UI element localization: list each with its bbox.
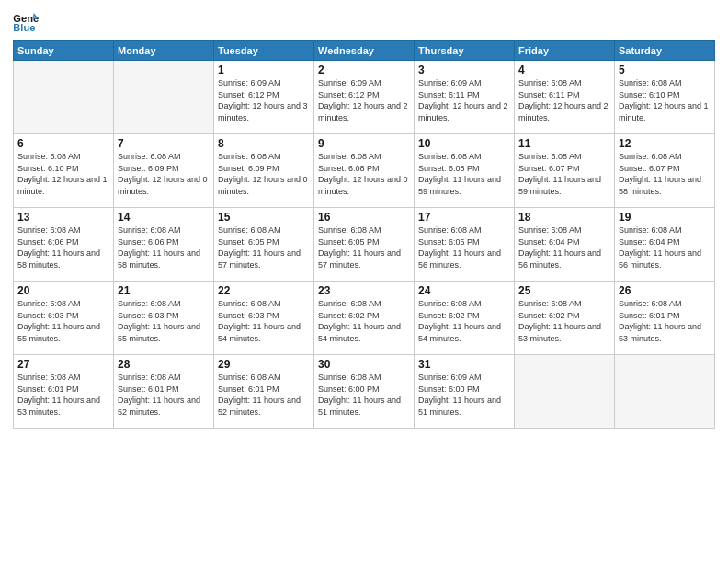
weekday-saturday: Saturday [615,41,715,61]
day-number: 23 [318,284,410,297]
day-cell: 29Sunrise: 6:08 AMSunset: 6:01 PMDayligh… [214,355,314,429]
day-cell: 28Sunrise: 6:08 AMSunset: 6:01 PMDayligh… [114,355,214,429]
day-detail: Sunrise: 6:08 AMSunset: 6:08 PMDaylight:… [318,151,410,197]
day-number: 24 [418,284,510,297]
day-number: 13 [17,211,109,224]
day-cell: 18Sunrise: 6:08 AMSunset: 6:04 PMDayligh… [515,208,615,282]
week-row-3: 13Sunrise: 6:08 AMSunset: 6:06 PMDayligh… [14,208,715,282]
day-cell: 23Sunrise: 6:08 AMSunset: 6:02 PMDayligh… [314,282,415,355]
day-detail: Sunrise: 6:08 AMSunset: 6:01 PMDaylight:… [118,372,210,418]
day-cell: 27Sunrise: 6:08 AMSunset: 6:01 PMDayligh… [14,355,114,429]
week-row-5: 27Sunrise: 6:08 AMSunset: 6:01 PMDayligh… [14,355,715,429]
day-number: 6 [17,137,109,150]
day-cell: 5Sunrise: 6:08 AMSunset: 6:10 PMDaylight… [615,61,715,134]
day-cell: 10Sunrise: 6:08 AMSunset: 6:08 PMDayligh… [415,134,515,208]
day-number: 22 [218,284,310,297]
day-detail: Sunrise: 6:08 AMSunset: 6:05 PMDaylight:… [318,224,410,270]
day-number: 21 [118,284,210,297]
day-cell: 17Sunrise: 6:08 AMSunset: 6:05 PMDayligh… [415,208,515,282]
day-number: 28 [118,358,210,371]
day-detail: Sunrise: 6:08 AMSunset: 6:01 PMDaylight:… [218,372,310,418]
day-cell: 6Sunrise: 6:08 AMSunset: 6:10 PMDaylight… [14,134,114,208]
day-cell [114,61,214,134]
day-number: 18 [518,211,610,224]
weekday-header-row: SundayMondayTuesdayWednesdayThursdayFrid… [14,41,715,61]
day-detail: Sunrise: 6:08 AMSunset: 6:02 PMDaylight:… [318,298,410,344]
weekday-sunday: Sunday [14,41,114,61]
day-cell: 19Sunrise: 6:08 AMSunset: 6:04 PMDayligh… [615,208,715,282]
day-detail: Sunrise: 6:08 AMSunset: 6:02 PMDaylight:… [418,298,510,344]
day-detail: Sunrise: 6:08 AMSunset: 6:03 PMDaylight:… [17,298,109,344]
day-detail: Sunrise: 6:08 AMSunset: 6:04 PMDaylight:… [518,224,610,270]
header: General Blue [13,11,715,33]
day-number: 16 [318,211,410,224]
day-number: 26 [619,284,711,297]
day-detail: Sunrise: 6:08 AMSunset: 6:04 PMDaylight:… [619,224,711,270]
logo-icon: General Blue [13,11,39,33]
day-cell: 11Sunrise: 6:08 AMSunset: 6:07 PMDayligh… [515,134,615,208]
day-cell: 15Sunrise: 6:08 AMSunset: 6:05 PMDayligh… [214,208,314,282]
day-number: 11 [518,137,610,150]
day-cell: 13Sunrise: 6:08 AMSunset: 6:06 PMDayligh… [14,208,114,282]
week-row-2: 6Sunrise: 6:08 AMSunset: 6:10 PMDaylight… [14,134,715,208]
day-number: 2 [318,63,410,76]
day-number: 15 [218,211,310,224]
day-detail: Sunrise: 6:08 AMSunset: 6:09 PMDaylight:… [218,151,310,197]
day-number: 4 [518,63,610,76]
day-cell: 30Sunrise: 6:08 AMSunset: 6:00 PMDayligh… [314,355,415,429]
day-number: 12 [619,137,711,150]
day-detail: Sunrise: 6:08 AMSunset: 6:03 PMDaylight:… [118,298,210,344]
day-cell [515,355,615,429]
day-number: 10 [418,137,510,150]
day-detail: Sunrise: 6:08 AMSunset: 6:06 PMDaylight:… [118,224,210,270]
day-cell: 14Sunrise: 6:08 AMSunset: 6:06 PMDayligh… [114,208,214,282]
day-detail: Sunrise: 6:09 AMSunset: 6:12 PMDaylight:… [218,77,310,123]
weekday-thursday: Thursday [415,41,515,61]
day-cell: 4Sunrise: 6:08 AMSunset: 6:11 PMDaylight… [515,61,615,134]
week-row-4: 20Sunrise: 6:08 AMSunset: 6:03 PMDayligh… [14,282,715,355]
day-cell: 22Sunrise: 6:08 AMSunset: 6:03 PMDayligh… [214,282,314,355]
day-cell: 21Sunrise: 6:08 AMSunset: 6:03 PMDayligh… [114,282,214,355]
day-cell: 9Sunrise: 6:08 AMSunset: 6:08 PMDaylight… [314,134,415,208]
day-detail: Sunrise: 6:08 AMSunset: 6:03 PMDaylight:… [218,298,310,344]
day-detail: Sunrise: 6:08 AMSunset: 6:10 PMDaylight:… [619,77,711,123]
day-number: 8 [218,137,310,150]
day-detail: Sunrise: 6:08 AMSunset: 6:09 PMDaylight:… [118,151,210,197]
day-detail: Sunrise: 6:08 AMSunset: 6:01 PMDaylight:… [17,372,109,418]
day-number: 20 [17,284,109,297]
day-cell: 16Sunrise: 6:08 AMSunset: 6:05 PMDayligh… [314,208,415,282]
day-number: 7 [118,137,210,150]
day-cell: 1Sunrise: 6:09 AMSunset: 6:12 PMDaylight… [214,61,314,134]
day-detail: Sunrise: 6:09 AMSunset: 6:11 PMDaylight:… [418,77,510,123]
day-number: 5 [619,63,711,76]
day-cell: 3Sunrise: 6:09 AMSunset: 6:11 PMDaylight… [415,61,515,134]
day-number: 17 [418,211,510,224]
day-detail: Sunrise: 6:08 AMSunset: 6:01 PMDaylight:… [619,298,711,344]
day-cell: 24Sunrise: 6:08 AMSunset: 6:02 PMDayligh… [415,282,515,355]
weekday-wednesday: Wednesday [314,41,415,61]
day-cell: 25Sunrise: 6:08 AMSunset: 6:02 PMDayligh… [515,282,615,355]
day-number: 14 [118,211,210,224]
page: General Blue SundayMondayTuesdayWednesda… [0,0,728,563]
day-cell [615,355,715,429]
day-detail: Sunrise: 6:08 AMSunset: 6:11 PMDaylight:… [518,77,610,123]
day-detail: Sunrise: 6:08 AMSunset: 6:07 PMDaylight:… [518,151,610,197]
day-cell: 7Sunrise: 6:08 AMSunset: 6:09 PMDaylight… [114,134,214,208]
weekday-monday: Monday [114,41,214,61]
day-detail: Sunrise: 6:09 AMSunset: 6:12 PMDaylight:… [318,77,410,123]
logo: General Blue [13,11,39,33]
day-cell: 8Sunrise: 6:08 AMSunset: 6:09 PMDaylight… [214,134,314,208]
weekday-friday: Friday [515,41,615,61]
day-cell: 2Sunrise: 6:09 AMSunset: 6:12 PMDaylight… [314,61,415,134]
day-number: 9 [318,137,410,150]
day-detail: Sunrise: 6:08 AMSunset: 6:07 PMDaylight:… [619,151,711,197]
day-cell: 31Sunrise: 6:09 AMSunset: 6:00 PMDayligh… [415,355,515,429]
day-number: 27 [17,358,109,371]
day-detail: Sunrise: 6:08 AMSunset: 6:08 PMDaylight:… [418,151,510,197]
day-detail: Sunrise: 6:09 AMSunset: 6:00 PMDaylight:… [418,372,510,418]
day-number: 1 [218,63,310,76]
weekday-tuesday: Tuesday [214,41,314,61]
day-cell: 12Sunrise: 6:08 AMSunset: 6:07 PMDayligh… [615,134,715,208]
svg-text:Blue: Blue [13,22,35,33]
day-cell: 26Sunrise: 6:08 AMSunset: 6:01 PMDayligh… [615,282,715,355]
